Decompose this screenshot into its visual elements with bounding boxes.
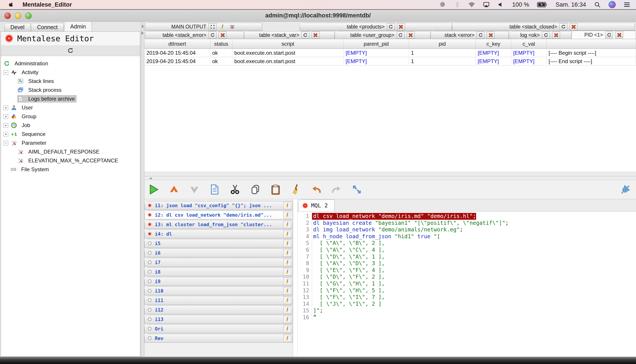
table-row[interactable]: 2019-04-20 15:45:04okboot.execute.on.sta… [144, 57, 636, 66]
menubar-clock[interactable]: Sam. 16:34 [556, 1, 586, 8]
code-line-16[interactable]: 16” [298, 314, 636, 321]
refresh-tab-button[interactable] [605, 31, 613, 38]
script-slot-i11[interactable]: i11 [144, 296, 293, 305]
script-slot-i4[interactable]: i4: dl [144, 230, 293, 238]
close-window-tab-button[interactable] [228, 24, 236, 30]
clean-slot-button[interactable] [283, 296, 291, 304]
tree-item-sequence[interactable]: ++1Sequence [1, 130, 140, 138]
close-window-button[interactable] [5, 12, 11, 19]
sidebar-tab-devel[interactable]: Devel [5, 23, 31, 31]
sidebar-splitter[interactable] [141, 22, 144, 357]
tree-item-user[interactable]: +User [1, 103, 140, 112]
script-slot-i7[interactable]: i7 [144, 258, 293, 267]
close-tab-button[interactable] [219, 32, 227, 38]
clean-slot-button[interactable] [283, 325, 291, 332]
clean-slot-button[interactable] [283, 220, 291, 228]
code-line-8[interactable]: 8 [ \"A\", \"D\", 3 ], [298, 260, 636, 267]
output-tab-table-stack-closed[interactable]: table <stack_closed> [452, 23, 635, 31]
collapse-left-icon[interactable] [141, 25, 143, 28]
column-header-parent-pid[interactable]: parent_pid [344, 39, 409, 48]
output-tab-table-stack-var[interactable]: table <stack_var> [244, 31, 334, 39]
connector-button[interactable] [620, 184, 631, 195]
script-slot-i12[interactable]: i12 [144, 305, 293, 314]
column-header-status[interactable]: status [210, 39, 232, 48]
code-line-15[interactable]: 15]"; [298, 307, 636, 314]
menubar-app-name[interactable]: Mentalese_Editor [23, 1, 72, 8]
script-slot-i2[interactable]: i2: dl csv load_network "demo/iris.md"..… [144, 210, 293, 219]
tree-item-stack-lines[interactable]: Stack lines [1, 77, 140, 86]
clean-slot-button[interactable] [283, 268, 291, 276]
expand-toggle-icon[interactable]: + [4, 123, 8, 128]
code-line-14[interactable]: 14 [ \"J\", \"I\", 2 ] [298, 301, 636, 308]
refresh-tab-button[interactable] [477, 32, 485, 38]
close-tab-button[interactable] [407, 32, 415, 38]
code-line-2[interactable]: 2dl bayesian create "bayesian1" "[\"posi… [298, 220, 636, 226]
tree-item-aiml-default-response[interactable]: AIML_DEFAULT_RESPONSE [1, 147, 140, 156]
refresh-tab-button[interactable] [208, 32, 216, 38]
close-tab-button[interactable] [569, 23, 577, 30]
undo-button[interactable] [310, 184, 322, 195]
redo-button[interactable] [331, 184, 342, 195]
column-header-c-val[interactable]: c_val [511, 39, 547, 48]
clean-slot-button[interactable] [283, 287, 291, 294]
spotlight-search-icon[interactable] [594, 1, 601, 8]
wifi-icon[interactable] [468, 1, 475, 8]
clean-button[interactable] [290, 184, 302, 195]
battery-percentage[interactable]: 100 % [512, 1, 529, 8]
close-tab-button[interactable] [487, 32, 495, 38]
move-down-button[interactable] [189, 184, 200, 195]
script-slot-i13[interactable]: i13 [144, 315, 293, 324]
siri-icon[interactable] [609, 1, 616, 8]
new-document-button[interactable] [209, 184, 220, 195]
collapse-up-icon[interactable] [149, 177, 152, 179]
script-slot-i9[interactable]: i9 [144, 277, 293, 286]
refresh-tab-button[interactable] [559, 23, 567, 30]
code-line-9[interactable]: 9 [ \"E\", \"F\", 4 ], [298, 267, 636, 274]
table-row[interactable]: 2019-04-20 15:45:04okboot.execute.on.sta… [144, 49, 636, 57]
output-tab-log-ok[interactable]: log <ok> [509, 31, 572, 39]
expand-toggle-icon[interactable]: + [4, 106, 8, 110]
close-tab-button[interactable] [615, 31, 623, 38]
collapse-toggle-icon[interactable]: − [4, 70, 8, 75]
script-slot-i6[interactable]: i6 [144, 248, 293, 257]
editor-tab-mql2[interactable]: MQL 2 [298, 200, 335, 211]
tree-item-stack-process[interactable]: Stack process [1, 86, 140, 94]
screen-mirroring-icon[interactable] [483, 1, 490, 8]
expand-tab-button[interactable] [208, 23, 216, 30]
close-tab-button[interactable] [311, 32, 320, 38]
clean-slot-button[interactable] [283, 202, 291, 209]
column-header-pid[interactable]: pid [409, 39, 476, 48]
output-tab-stack-error[interactable]: stack <error> [430, 31, 509, 39]
refresh-tab-button[interactable] [542, 32, 550, 38]
code-line-7[interactable]: 7 [ \"D\", \"A\", 1 ], [298, 254, 636, 260]
code-line-11[interactable]: 11 [ \"G\", \"H\", 1 ], [298, 280, 636, 287]
column-header-c-key[interactable]: c_key [476, 39, 511, 48]
collapse-toggle-icon[interactable]: − [4, 141, 8, 146]
close-tab-button[interactable] [397, 23, 405, 30]
cut-button[interactable] [229, 184, 241, 195]
battery-charging-icon[interactable] [537, 2, 548, 8]
volume-icon[interactable] [498, 1, 504, 8]
expand-toggle-icon[interactable]: + [4, 132, 8, 136]
run-button[interactable] [148, 184, 159, 195]
code-line-13[interactable]: 13 [ \"F\", \"I\", 7 ], [298, 294, 636, 301]
clean-slot-button[interactable] [283, 211, 291, 218]
code-line-6[interactable]: 6 [ \"A\", \"C\", 4 ], [298, 247, 636, 254]
apple-menu-icon[interactable] [8, 1, 14, 8]
clean-slot-button[interactable] [283, 258, 291, 266]
tree-item-activity[interactable]: −Activity [1, 68, 140, 77]
collapse-right-icon[interactable] [142, 31, 144, 35]
column-header-message[interactable] [547, 39, 636, 48]
script-slot-rev[interactable]: Rev [144, 334, 293, 342]
script-slot-i3[interactable]: i3: ml cluster load_from_json "cluster..… [144, 220, 293, 229]
sidebar-tab-admin[interactable]: Admin [64, 22, 92, 31]
notification-bubble-icon[interactable] [439, 1, 446, 8]
output-tab-table-stack-error[interactable]: table <stack_error> [145, 31, 244, 39]
refresh-tab-button[interactable] [301, 32, 309, 38]
clean-slot-button[interactable] [283, 334, 291, 342]
paste-button[interactable] [270, 184, 281, 195]
clean-slot-button[interactable] [283, 240, 291, 247]
clean-slot-button[interactable] [283, 306, 291, 314]
tree-item-administration[interactable]: Administration [1, 59, 140, 68]
tree-item-group[interactable]: +Group [1, 112, 140, 121]
